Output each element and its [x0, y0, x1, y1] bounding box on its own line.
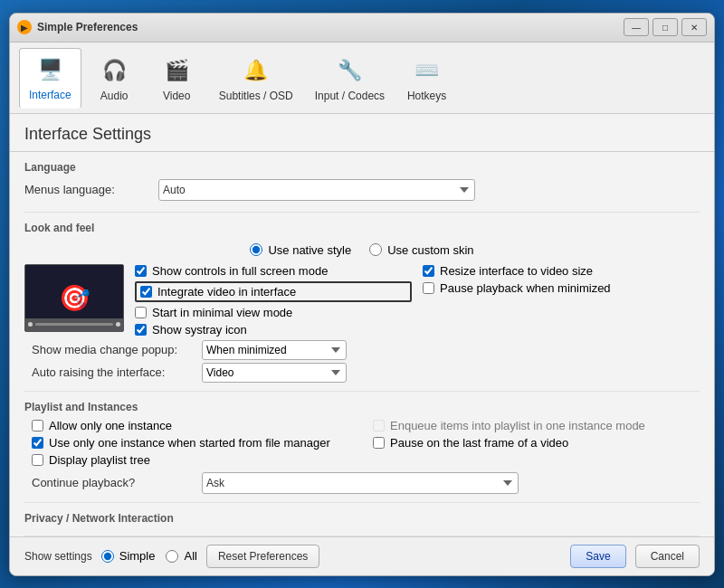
auto-raise-select[interactable]: Never Video Audio Always: [202, 363, 347, 383]
file-manager-label: Use only one instance when started from …: [49, 436, 330, 450]
minimal-view-label: Start in minimal view mode: [152, 306, 292, 319]
tab-input[interactable]: 🔧 Input / Codecs: [306, 50, 394, 108]
interface-icon: 🖥️: [33, 52, 67, 87]
one-instance-option[interactable]: Allow only one instance: [32, 419, 358, 432]
menus-language-row: Menus language: Auto English French Germ…: [24, 179, 700, 201]
tab-input-label: Input / Codecs: [315, 90, 385, 102]
all-label: All: [184, 549, 196, 563]
reset-button[interactable]: Reset Preferences: [206, 545, 319, 568]
playlist-tree-checkbox[interactable]: [32, 454, 43, 466]
pause-minimized-label: Pause playback when minimized: [440, 281, 611, 295]
playlist-tree-option[interactable]: Display playlist tree: [32, 453, 358, 467]
language-group: Language Menus language: Auto English Fr…: [24, 152, 700, 213]
video-icon: 🎬: [159, 53, 194, 88]
tab-hotkeys[interactable]: ⌨️ Hotkeys: [397, 50, 456, 108]
playlist-group: Playlist and Instances Allow only one in…: [24, 392, 700, 503]
custom-skin-radio[interactable]: [369, 243, 382, 256]
playlist-options-grid: Allow only one instance Enqueue items in…: [32, 419, 700, 467]
custom-skin-option[interactable]: Use custom skin: [369, 243, 473, 257]
privacy-group: Privacy / Network Interaction: [24, 503, 700, 536]
vlc-preview: 🎯: [24, 264, 124, 332]
integrate-video-option[interactable]: Integrate video in interface: [135, 281, 412, 302]
close-button[interactable]: ✕: [681, 18, 707, 36]
simple-label: Simple: [119, 549, 156, 563]
continue-row: Continue playback? Ask Yes No: [32, 472, 692, 494]
tab-subtitles[interactable]: 🔔 Subtitles / OSD: [210, 50, 302, 108]
preview-dot: [28, 322, 33, 327]
preview-area: 🎯 Show controls in full screen mode: [24, 264, 700, 337]
pause-last-frame-option[interactable]: Pause on the last frame of a video: [373, 436, 700, 450]
title-bar: ▶ Simple Preferences — □ ✕: [10, 14, 714, 43]
preview-dot-2: [116, 322, 120, 327]
playlist-group-label: Playlist and Instances: [24, 401, 700, 413]
tab-interface[interactable]: 🖥️ Interface: [19, 48, 81, 109]
minimize-button[interactable]: —: [624, 18, 649, 36]
systray-label: Show systray icon: [152, 323, 247, 337]
file-manager-option[interactable]: Use only one instance when started from …: [32, 436, 358, 450]
continue-select[interactable]: Ask Yes No: [202, 472, 519, 494]
resize-interface-option[interactable]: Resize interface to video size: [423, 264, 700, 278]
privacy-group-label: Privacy / Network Interaction: [24, 512, 700, 525]
pause-last-frame-checkbox[interactable]: [373, 437, 385, 449]
playlist-tree-label: Display playlist tree: [49, 453, 150, 467]
save-button[interactable]: Save: [570, 545, 625, 568]
minimal-view-checkbox[interactable]: [135, 307, 147, 318]
media-popup-label: Show media change popup:: [32, 343, 195, 356]
show-settings-label: Show settings: [24, 550, 92, 563]
style-radio-group: Use native style Use custom skin: [24, 240, 700, 261]
tab-subtitles-label: Subtitles / OSD: [219, 90, 293, 102]
simple-radio[interactable]: [101, 550, 114, 563]
systray-option[interactable]: Show systray icon: [135, 323, 412, 337]
window-controls: — □ ✕: [624, 18, 707, 36]
menus-language-select[interactable]: Auto English French German: [158, 179, 475, 201]
tab-video-label: Video: [163, 90, 190, 102]
show-settings-radio-group: Simple All: [101, 549, 197, 563]
all-option[interactable]: All: [166, 549, 196, 563]
integrate-video-label: Integrate video in interface: [157, 285, 296, 299]
menus-language-label: Menus language:: [24, 183, 151, 196]
native-style-radio[interactable]: [250, 243, 262, 256]
scroll-area[interactable]: Language Menus language: Auto English Fr…: [10, 152, 714, 536]
integrate-video-checkbox[interactable]: [140, 286, 152, 298]
look-options-column: Show controls in full screen mode Integr…: [135, 264, 412, 337]
maximize-button[interactable]: □: [653, 18, 678, 36]
auto-raise-label: Auto raising the interface:: [32, 365, 195, 379]
footer: Show settings Simple All Reset Preferenc…: [10, 536, 714, 575]
resize-interface-checkbox[interactable]: [423, 265, 434, 277]
show-controls-label: Show controls in full screen mode: [152, 264, 328, 278]
vlc-cone-icon: 🎯: [59, 283, 90, 313]
enqueue-option[interactable]: Enqueue items into playlist in one insta…: [373, 419, 700, 432]
look-options-column-2: Resize interface to video size Pause pla…: [423, 264, 700, 295]
pause-minimized-option[interactable]: Pause playback when minimized: [423, 281, 700, 295]
auto-raise-row: Auto raising the interface: Never Video …: [32, 363, 692, 383]
enqueue-label: Enqueue items into playlist in one insta…: [390, 419, 645, 432]
window-title: Simple Preferences: [37, 21, 624, 33]
preview-bar-fill: [35, 323, 113, 326]
tab-video[interactable]: 🎬 Video: [148, 50, 206, 108]
media-popup-row: Show media change popup: Never When mini…: [32, 340, 692, 360]
minimal-view-option[interactable]: Start in minimal view mode: [135, 306, 412, 319]
audio-icon: 🎧: [97, 53, 131, 88]
media-popup-select[interactable]: Never When minimized Always: [202, 340, 347, 360]
content-area: Interface Settings Language Menus langua…: [10, 114, 714, 575]
one-instance-label: Allow only one instance: [49, 419, 172, 432]
resize-interface-label: Resize interface to video size: [440, 264, 593, 278]
subtitles-icon: 🔔: [239, 53, 273, 88]
enqueue-checkbox[interactable]: [373, 420, 385, 432]
tab-audio[interactable]: 🎧 Audio: [85, 50, 144, 108]
file-manager-checkbox[interactable]: [32, 437, 43, 449]
show-controls-option[interactable]: Show controls in full screen mode: [135, 264, 412, 278]
native-style-option[interactable]: Use native style: [250, 243, 351, 257]
all-radio[interactable]: [166, 550, 178, 563]
tab-interface-label: Interface: [29, 89, 71, 101]
main-window: ▶ Simple Preferences — □ ✕ 🖥️ Interface …: [9, 13, 715, 576]
cancel-button[interactable]: Cancel: [635, 545, 700, 568]
systray-checkbox[interactable]: [135, 324, 147, 336]
language-group-label: Language: [24, 161, 700, 174]
pause-minimized-checkbox[interactable]: [423, 282, 434, 294]
one-instance-checkbox[interactable]: [32, 420, 43, 432]
show-controls-checkbox[interactable]: [135, 265, 147, 277]
custom-skin-label: Use custom skin: [387, 243, 473, 257]
simple-option[interactable]: Simple: [101, 549, 156, 563]
tab-hotkeys-label: Hotkeys: [407, 90, 446, 102]
